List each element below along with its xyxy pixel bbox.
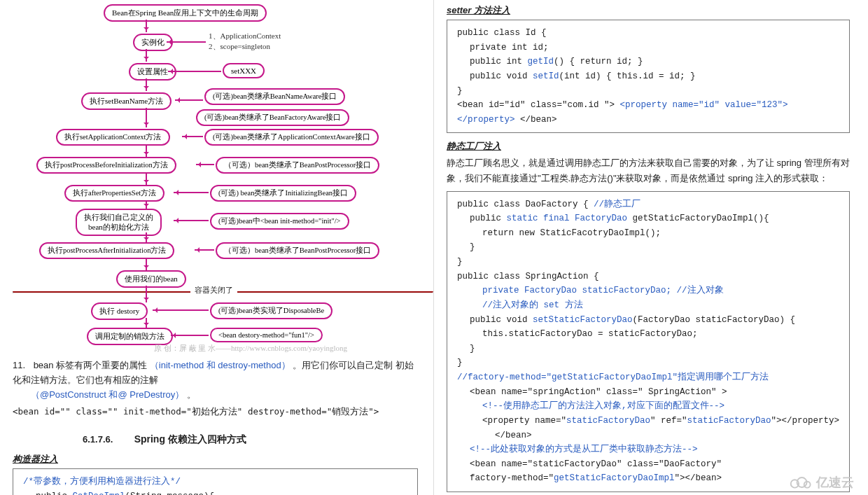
flowchart: Bean在Spring Bean应用上下文中的生命周期 实例化 1、Applic… — [13, 4, 418, 354]
bean-tag: <bean id="" class="" init-method="初始化方法"… — [13, 406, 418, 418]
flow-n2r: setXXX — [223, 63, 265, 78]
flow-n6: 执行afterPropertiesSet方法 — [64, 185, 164, 202]
flow-sep: 容器关闭了 — [190, 285, 237, 295]
flow-watermark: 原 创：屏 蔽 里 水——http://www.cnblogs.com/yaoy… — [154, 343, 347, 354]
list-item-11: 11. bean 标签有两个重要的属性 （init-method 和 destr… — [13, 358, 418, 402]
right-column: setter 方法注入 public class Id { private in… — [434, 0, 868, 495]
flow-n3: 执行setBeanName方法 — [81, 92, 172, 110]
flow-n3r: (可选)bean类继承BeanNameAware接口 — [204, 88, 345, 105]
right-h-static-factory: 静态工厂注入 — [447, 140, 850, 153]
flow-n3r2: (可选)bean类继承了BeanFactoryAware接口 — [196, 109, 349, 126]
flow-n9: 使用我们的bean — [116, 270, 186, 288]
flow-n8r: （可选）bean类继承了BeanPostProcessor接口 — [216, 242, 379, 259]
left-h-constructor: 构造器注入 — [13, 453, 418, 466]
left-codebox: /*带参数，方便利用构造器进行注入*/ public CatDaoImpl(St… — [13, 468, 418, 495]
flow-n4: 执行setApplicationContext方法 — [56, 129, 170, 146]
flow-n5r: （可选）bean类继承了BeanPostProcessor接口 — [216, 157, 379, 174]
flow-n4r: (可选)bean类继承了ApplicationContextAware接口 — [204, 129, 379, 146]
brand-text: 亿速云 — [816, 474, 854, 491]
code-setter: public class Id { private int id; public… — [447, 20, 850, 133]
section-heading: 6.1.7.6. Spring 依赖注入四种方式 — [83, 433, 418, 446]
brand-logo: 亿速云 — [787, 474, 854, 491]
flow-n10: 执行 destory — [91, 302, 148, 320]
flow-n7: 执行我们自己定义的 bean的初始化方法 — [76, 209, 162, 236]
flow-n6r: (可选) bean类继承了InitializingBean接口 — [210, 185, 356, 202]
flow-n5: 执行postProcessBeforeInitialization方法 — [36, 157, 176, 174]
flow-n10r: (可选)bean类实现了DisposableBe — [210, 302, 332, 319]
cloud-icon — [787, 475, 813, 490]
flow-n11r: <bean destory-method="fun1"/> — [210, 328, 323, 342]
left-column: Bean在Spring Bean应用上下文中的生命周期 实例化 1、Applic… — [0, 0, 434, 495]
flow-n8: 执行postProcessAfterInitialization方法 — [39, 242, 174, 259]
flow-title: Bean在Spring Bean应用上下文中的生命周期 — [104, 4, 267, 22]
right-p-static-factory: 静态工厂顾名思义，就是通过调用静态工厂的方法来获取自己需要的对象，为了让 spr… — [447, 155, 850, 186]
flow-n1r: 1、ApplicationContext 2、scope=singleton — [209, 31, 281, 52]
right-h-setter: setter 方法注入 — [447, 4, 850, 17]
code-static-factory: public class DaoFactory { //静态工厂 public … — [447, 191, 850, 493]
flow-n7r: (可选)bean中<bean init-method="init"/> — [210, 213, 349, 230]
